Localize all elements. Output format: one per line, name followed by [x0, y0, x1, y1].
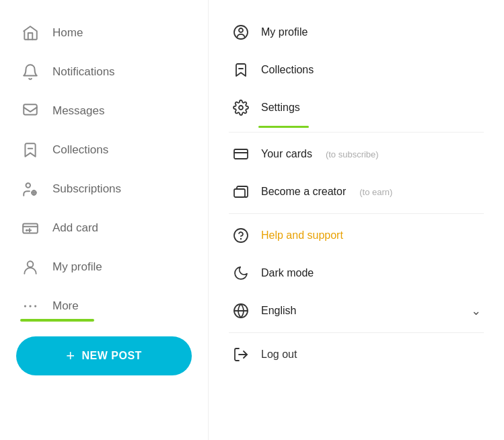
collections-bookmark-icon	[231, 61, 250, 79]
credit-card-icon	[231, 145, 250, 163]
right-your-cards-muted: (to subscribe)	[326, 149, 379, 159]
right-item-logout[interactable]: Log out	[229, 336, 484, 373]
sidebar: Home Notifications Messages Collections …	[0, 0, 209, 440]
right-item-help[interactable]: Help and support	[229, 217, 484, 254]
svg-point-20	[234, 229, 248, 242]
sidebar-item-collections-label: Collections	[52, 143, 108, 157]
sidebar-item-home[interactable]: Home	[0, 13, 208, 52]
svg-rect-0	[24, 104, 37, 114]
collections-icon	[20, 140, 40, 160]
right-become-creator-label: Become a creator	[261, 186, 346, 198]
sidebar-item-subscriptions[interactable]: Subscriptions	[0, 170, 208, 209]
svg-point-16	[239, 106, 243, 110]
sidebar-item-add-card-label: Add card	[52, 221, 98, 235]
sidebar-item-home-label: Home	[52, 26, 83, 40]
more-icon	[20, 296, 40, 316]
sidebar-item-more-label: More	[52, 299, 79, 313]
more-active-indicator	[20, 319, 94, 322]
card-icon	[20, 218, 40, 238]
plus-icon: +	[66, 347, 75, 365]
sidebar-item-notifications-label: Notifications	[52, 65, 115, 79]
sidebar-item-my-profile-label: My profile	[52, 260, 102, 274]
sidebar-item-messages-label: Messages	[52, 104, 104, 118]
right-item-your-cards[interactable]: Your cards (to subscribe)	[229, 135, 484, 173]
bell-icon	[20, 62, 40, 82]
right-dark-mode-label: Dark mode	[261, 267, 314, 279]
right-logout-label: Log out	[261, 349, 297, 361]
right-my-profile-label: My profile	[261, 26, 308, 38]
new-post-label: NEW POST	[82, 350, 142, 362]
sidebar-item-more[interactable]: More	[0, 287, 208, 326]
sidebar-item-notifications[interactable]: Notifications	[0, 52, 208, 91]
right-language-label: English	[261, 305, 296, 317]
sidebar-item-messages[interactable]: Messages	[0, 91, 208, 131]
creator-icon	[231, 182, 250, 201]
sidebar-item-subscriptions-label: Subscriptions	[52, 182, 121, 196]
right-your-cards-label: Your cards	[261, 148, 312, 160]
message-icon	[20, 101, 40, 121]
right-panel: My profile Collections Settings Your car…	[209, 0, 504, 440]
right-item-my-profile[interactable]: My profile	[229, 13, 484, 51]
divider-1	[229, 132, 484, 133]
right-item-dark-mode[interactable]: Dark mode	[229, 254, 484, 292]
svg-rect-19	[234, 189, 245, 197]
profile-icon	[20, 257, 40, 277]
right-item-become-creator[interactable]: Become a creator (to earn)	[229, 173, 484, 211]
svg-point-9	[28, 261, 34, 267]
settings-active-indicator	[258, 126, 309, 128]
svg-rect-17	[234, 149, 248, 159]
home-icon	[20, 23, 40, 43]
svg-rect-4	[23, 224, 38, 233]
svg-point-12	[34, 305, 36, 307]
subscriptions-icon	[20, 179, 40, 199]
svg-point-11	[29, 305, 31, 307]
divider-3	[229, 332, 484, 333]
right-item-settings[interactable]: Settings	[229, 89, 484, 129]
right-become-creator-muted: (to earn)	[359, 187, 392, 197]
globe-icon	[231, 301, 250, 320]
right-collections-label: Collections	[261, 64, 314, 76]
logout-icon	[231, 345, 250, 364]
profile-circle-icon	[231, 23, 250, 42]
settings-gear-icon	[231, 98, 250, 117]
sidebar-item-my-profile[interactable]: My profile	[0, 248, 208, 287]
divider-2	[229, 213, 484, 214]
svg-point-10	[24, 305, 26, 307]
right-help-label: Help and support	[261, 229, 343, 242]
right-item-language[interactable]: English ⌄	[229, 292, 484, 330]
sidebar-item-collections[interactable]: Collections	[0, 131, 208, 170]
right-item-collections[interactable]: Collections	[229, 51, 484, 89]
chevron-down-icon: ⌄	[471, 303, 481, 318]
new-post-button[interactable]: + NEW POST	[16, 336, 192, 375]
sidebar-item-add-card[interactable]: Add card	[0, 209, 208, 248]
help-icon	[231, 226, 250, 245]
svg-point-2	[26, 183, 31, 188]
moon-icon	[231, 264, 250, 283]
svg-point-14	[239, 28, 243, 32]
right-settings-label: Settings	[261, 102, 300, 114]
